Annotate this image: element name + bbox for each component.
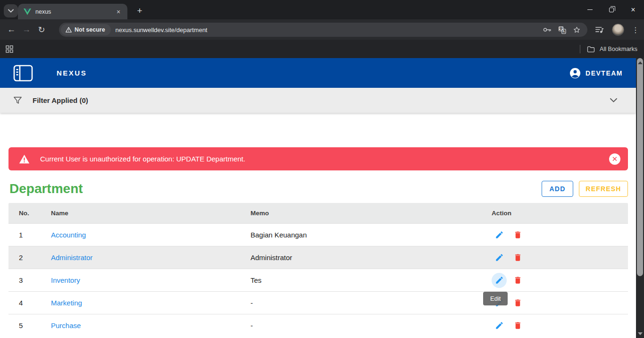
page-scrollbar-track[interactable]	[636, 58, 644, 338]
apps-grid-button[interactable]	[6, 45, 13, 53]
bookmarks-bar: All Bookmarks	[0, 40, 644, 58]
window-controls: ×	[579, 0, 644, 19]
reload-button[interactable]: ↻	[34, 22, 49, 37]
row-no: 3	[19, 276, 51, 284]
table-body: 1 Accounting Bagian Keuangan 2 Administr…	[8, 223, 628, 337]
table-row: 5 Purchase -	[8, 314, 628, 337]
address-bar[interactable]: Not secure nexus.sunwelldev.site/departm…	[59, 23, 587, 37]
row-actions	[492, 296, 628, 311]
password-key-button[interactable]	[543, 27, 552, 33]
refresh-button[interactable]: REFRESH	[579, 181, 628, 197]
scroll-down-icon	[638, 332, 643, 335]
row-memo: Tes	[251, 276, 492, 284]
filter-label: Filter Applied (0)	[33, 96, 88, 104]
column-header-memo: Memo	[251, 210, 492, 217]
row-name-link[interactable]: Accounting	[51, 231, 86, 239]
all-bookmarks-button[interactable]: All Bookmarks	[580, 45, 637, 53]
svg-text:A: A	[562, 30, 565, 34]
delete-trash-icon	[513, 298, 522, 307]
user-label: DEVTEAM	[585, 69, 623, 77]
edit-pencil-icon	[495, 276, 504, 285]
sidebar-toggle-icon[interactable]	[13, 65, 33, 82]
media-controls-icon	[595, 26, 604, 34]
delete-button[interactable]	[510, 228, 525, 243]
browser-menu-button[interactable]: ⋮	[632, 25, 639, 34]
edit-button[interactable]	[492, 228, 507, 243]
delete-trash-icon	[513, 253, 522, 262]
scroll-up-icon	[638, 61, 643, 64]
bookmark-star-button[interactable]	[573, 26, 581, 34]
edit-pencil-icon	[495, 321, 504, 330]
row-name-link[interactable]: Inventory	[51, 276, 80, 284]
row-memo: Administrator	[251, 254, 492, 262]
row-name-link[interactable]: Administrator	[51, 254, 92, 262]
department-table: No. Name Memo Action 1 Accounting Bagian…	[8, 203, 628, 337]
row-no: 5	[19, 321, 51, 330]
scrollbar-up-button[interactable]	[636, 59, 644, 67]
window-minimize-button[interactable]	[579, 0, 601, 19]
table-header: No. Name Memo Action	[8, 203, 628, 223]
delete-trash-icon	[513, 230, 522, 239]
column-header-action: Action	[492, 210, 628, 217]
row-actions	[492, 228, 628, 243]
back-button[interactable]: ←	[4, 22, 19, 37]
tab-title: nexus	[35, 8, 114, 15]
alert-message: Current User is unauthorized for operati…	[40, 155, 609, 163]
minimize-icon	[587, 9, 593, 10]
add-button[interactable]: ADD	[542, 181, 573, 197]
delete-trash-icon	[513, 321, 522, 330]
new-tab-button[interactable]: +	[134, 5, 146, 17]
page-title: Department	[9, 181, 83, 196]
delete-button[interactable]	[510, 250, 525, 265]
edit-button[interactable]	[492, 250, 507, 265]
alert-close-button[interactable]: ✕	[609, 153, 620, 165]
all-bookmarks-label: All Bookmarks	[600, 46, 637, 52]
row-name-link[interactable]: Marketing	[51, 299, 82, 307]
row-memo: Bagian Keuangan	[251, 231, 492, 239]
profile-avatar[interactable]	[612, 24, 624, 36]
user-menu-button[interactable]: DEVTEAM	[569, 68, 623, 79]
edit-button[interactable]	[492, 273, 507, 288]
key-icon	[543, 27, 552, 33]
delete-button[interactable]	[510, 318, 525, 333]
media-controls-button[interactable]	[595, 26, 604, 34]
security-chip[interactable]: Not secure	[61, 24, 111, 35]
app-title: NEXUS	[57, 69, 87, 77]
edit-button[interactable]	[492, 318, 507, 333]
restore-icon	[609, 8, 614, 12]
row-name-link[interactable]: Purchase	[51, 321, 81, 330]
delete-button[interactable]	[510, 296, 525, 311]
filter-expand-chevron-icon[interactable]	[610, 98, 617, 102]
tab-search-button[interactable]	[4, 4, 18, 17]
translate-button[interactable]: 文A	[558, 26, 566, 34]
table-row: 2 Administrator Administrator	[8, 246, 628, 269]
filter-bar[interactable]: Filter Applied (0)	[0, 88, 636, 113]
delete-trash-icon	[513, 276, 522, 285]
vue-logo-icon	[24, 8, 31, 15]
row-no: 1	[19, 231, 51, 239]
browser-tab[interactable]: nexus ×	[18, 4, 127, 19]
edit-pencil-icon	[495, 230, 504, 239]
delete-button[interactable]	[510, 273, 525, 288]
row-memo: -	[251, 299, 492, 307]
url-input[interactable]: nexus.sunwelldev.site/department	[116, 26, 543, 34]
folder-icon	[587, 46, 595, 52]
scrollbar-down-button[interactable]	[636, 330, 644, 338]
apps-grid-icon	[6, 45, 13, 53]
tab-close-button[interactable]: ×	[114, 8, 123, 16]
chevron-down-icon	[8, 9, 14, 13]
account-icon	[569, 68, 581, 79]
page-content: Current User is unauthorized for operati…	[0, 147, 636, 337]
toolbar-right: ⋮	[595, 23, 639, 37]
table-row: 3 Inventory Tes	[8, 269, 628, 291]
page-scrollbar-thumb[interactable]	[637, 58, 643, 276]
page-actions: ADD REFRESH	[542, 181, 628, 197]
window-restore-button[interactable]	[601, 0, 622, 19]
row-no: 2	[19, 254, 51, 262]
forward-button[interactable]: →	[19, 22, 34, 37]
translate-icon: 文A	[558, 26, 566, 34]
bookmarks-separator	[580, 45, 580, 53]
window-close-button[interactable]: ×	[622, 0, 644, 19]
row-actions	[492, 250, 628, 265]
omnibox-actions: 文A	[543, 26, 581, 34]
